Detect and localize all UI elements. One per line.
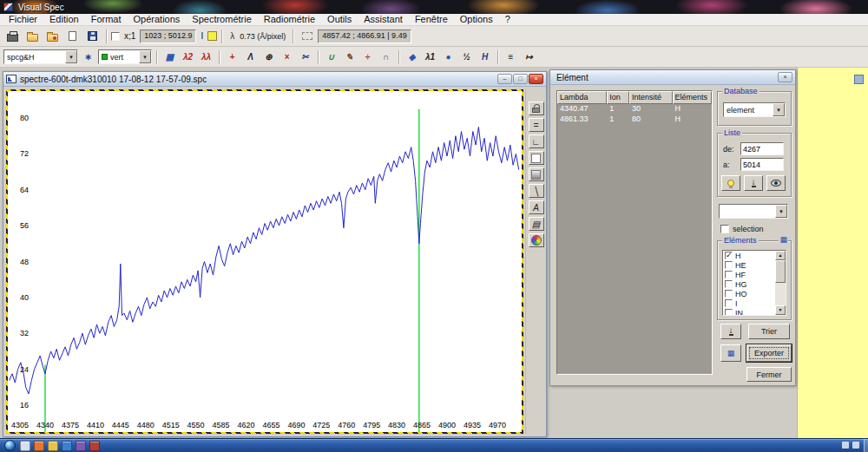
spectrum-plot[interactable]: 8072645648403224164305434043754410444544… [8,91,522,432]
wavelength-range-field[interactable]: 4857.42 ; 4866.91 | 9.49 [318,29,411,43]
lambda-2-icon[interactable]: λ2 [180,49,196,65]
scrollbar-thumb[interactable] [775,260,786,283]
table-column-header[interactable]: Intensité [629,91,672,104]
checkbox-icon[interactable] [725,309,733,316]
selection-zone-icon[interactable] [298,28,316,45]
x1-checkbox[interactable] [111,32,120,41]
view-button[interactable] [766,175,786,191]
menu-item[interactable]: Format [85,14,128,25]
close-button[interactable]: × [529,74,543,84]
water-drop-icon[interactable]: ● [440,49,457,65]
taskbar-app1-icon[interactable] [20,441,30,451]
cursor-position-field[interactable]: 1023 ; 5012.9 [140,29,196,43]
load-button[interactable]: ↓ [744,175,763,191]
selection-checkbox[interactable] [720,225,729,233]
table-tool-button[interactable]: ▦ [720,344,741,362]
elements-scrollbar[interactable]: ▲ ▼ [775,251,786,315]
add-selected-button[interactable]: ↓ [720,324,741,339]
trier-button[interactable]: Trier [748,324,790,339]
close-icon[interactable]: × [778,72,792,82]
taskbar-media-icon[interactable] [62,441,72,451]
scissors-icon[interactable]: ✂ [297,49,313,65]
taskbar-explorer-icon[interactable] [48,441,58,451]
chevron-down-icon[interactable]: ▼ [775,205,787,218]
element-checkbox-item[interactable]: HG [723,279,775,289]
bulb-button[interactable] [721,175,740,191]
spectrum-chart[interactable]: 8072645648403224164305434043754410444544… [8,91,522,432]
menu-item[interactable]: Fenêtre [409,14,454,25]
element-checkbox-item[interactable]: HO [723,289,775,298]
equal-scale-icon[interactable]: = [529,118,544,132]
element-window-titlebar[interactable]: Elément × [550,70,795,85]
chevron-down-icon[interactable]: ▼ [139,50,151,63]
tray-icon[interactable] [852,442,859,449]
profile-combobox[interactable]: spcg&H ▼ [3,49,78,64]
start-orb-icon[interactable] [4,440,16,451]
acquire-printer-icon[interactable] [3,28,22,45]
menu-item[interactable]: Assistant [358,14,409,25]
checkbox-icon[interactable] [725,299,733,307]
lines-table[interactable]: Lambda Ion Intensité Eléments 4340.47 1 … [556,90,713,375]
menu-item[interactable]: Edition [43,14,85,25]
lock-icon[interactable] [529,102,544,115]
lambda-lambda-icon[interactable]: λλ [198,49,214,65]
document-icon[interactable] [63,28,82,45]
element-checkbox-item[interactable]: HF [723,270,775,279]
chevron-down-icon[interactable]: ▼ [65,50,77,63]
white-background-icon[interactable] [529,151,544,165]
table-row[interactable]: 4861.33 1 80 H [557,115,712,125]
notes-icon[interactable]: ▤ [529,217,544,231]
zoom-icon[interactable]: ⊕ [260,49,277,65]
checkbox-icon[interactable] [725,252,733,259]
menu-item[interactable]: Spectrométrie [186,14,257,25]
spectrum-window-titlebar[interactable]: spectre-600t-dmk310010 17-08-12 17-57-09… [3,72,546,87]
pencil-curve-icon[interactable]: ✎ [341,49,358,65]
open-profile-folder-icon[interactable] [23,28,42,45]
minimize-button[interactable]: – [497,74,512,84]
table-column-header[interactable]: Lambda [557,91,607,104]
palette-icon[interactable] [529,233,544,247]
a-field[interactable] [740,158,784,171]
element-checkbox-item[interactable]: I [723,298,775,308]
system-tray[interactable] [842,442,859,449]
yellow-panel-button[interactable] [854,75,864,84]
exporter-button[interactable]: Exporter [746,344,792,362]
normalize-icon[interactable]: ½ [458,49,475,65]
checkbox-icon[interactable] [725,280,733,288]
intensity-color-swatch[interactable] [207,31,217,41]
taskbar-app5-icon[interactable] [76,441,86,451]
planck-icon[interactable]: ◆ [404,49,420,65]
h-line-icon[interactable]: H [477,49,493,65]
continuum-icon[interactable]: ∪ [323,49,339,65]
menu-item[interactable]: ? [499,14,516,25]
pointer-tool-button[interactable]: ∗ [80,49,96,65]
de-field[interactable] [740,142,784,155]
copy-grid-icon[interactable]: ▦ [161,49,178,65]
elements-table-icon[interactable]: ▦ [779,235,788,244]
checkbox-icon[interactable] [725,261,733,269]
divide-profile-icon[interactable]: ÷ [359,49,376,65]
element-checkbox-item[interactable]: H [723,251,775,260]
shift-icon[interactable]: ↦ [521,49,537,65]
calibration-icon[interactable]: λ1 [422,49,438,65]
elements-listbox[interactable]: H HE HF [722,250,786,316]
line-tool-icon[interactable]: ╲ [529,184,544,198]
menu-item[interactable]: Outils [321,14,358,25]
menu-item[interactable]: Options [454,14,499,25]
gaussian-fit-icon[interactable]: ∩ [378,49,394,65]
scroll-down-icon[interactable]: ▼ [775,305,786,315]
gray-gradient-icon[interactable] [529,167,544,181]
tray-icon[interactable] [842,442,849,449]
histogram-icon[interactable]: ≡ [503,49,519,65]
menu-item[interactable]: Opérations [128,14,187,25]
table-column-header[interactable]: Eléments [673,91,712,104]
database-combobox[interactable]: element ▼ [723,102,786,117]
show-desktop-button[interactable] [864,439,868,452]
table-column-header[interactable]: Ion [607,91,629,104]
menu-item[interactable]: Fichier [3,14,43,25]
menu-item[interactable]: Radiométrie [258,14,321,25]
color-combobox[interactable]: vert ▼ [98,49,152,64]
peaks-icon[interactable]: Λ [242,49,259,65]
crosshair-icon[interactable]: + [224,49,240,65]
save-floppy-icon[interactable] [83,28,102,45]
